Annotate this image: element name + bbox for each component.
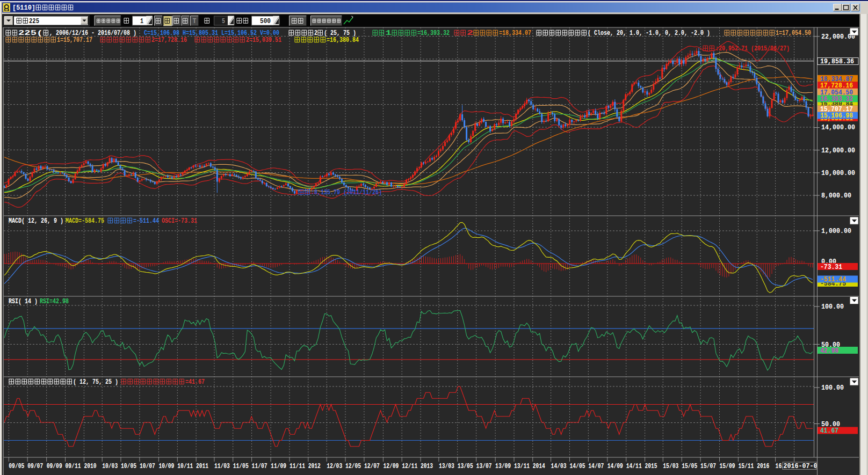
svg-text:15/03: 15/03	[663, 463, 678, 470]
svg-text:42.98: 42.98	[820, 347, 838, 355]
svg-text:1=15,707.17: 1=15,707.17	[57, 36, 92, 44]
svg-text:2010: 2010	[84, 463, 96, 470]
svg-text:2: 2	[314, 30, 317, 37]
svg-text:=18,334.07: =18,334.07	[499, 30, 531, 37]
svg-text:2013: 2013	[421, 463, 433, 470]
svg-text:10/09: 10/09	[158, 463, 174, 470]
svg-text:10/07: 10/07	[140, 463, 155, 470]
svg-text:12/03: 12/03	[327, 463, 342, 470]
svg-text:11/07: 11/07	[252, 463, 267, 470]
svg-text:15/09: 15/09	[720, 463, 735, 470]
svg-text:15,106.98: 15,106.98	[820, 112, 853, 120]
svg-text:5: 5	[222, 18, 225, 25]
svg-text:=-511.44: =-511.44	[133, 217, 159, 225]
svg-text:=41.67: =41.67	[185, 378, 205, 386]
svg-text:15/11: 15/11	[738, 463, 754, 470]
svg-text:( Close, 20, 1.0, -1.0, 0, 2.0: ( Close, 20, 1.0, -1.0, 0, 2.0, -2.0 )	[588, 30, 710, 37]
svg-text:13/07: 13/07	[476, 463, 492, 470]
svg-text:-511.44: -511.44	[820, 276, 846, 283]
svg-text:225: 225	[29, 18, 39, 25]
svg-text:=16,380.84: =16,380.84	[327, 36, 359, 44]
svg-text:10/05: 10/05	[121, 463, 136, 470]
svg-text:13/11: 13/11	[514, 463, 530, 470]
svg-text:2=15,039.51: 2=15,039.51	[246, 36, 281, 44]
svg-text:100.00: 100.00	[821, 303, 844, 311]
svg-text:11/03: 11/03	[214, 463, 230, 470]
svg-text:14/03: 14/03	[551, 463, 567, 470]
svg-text:MACD( 12, 26, 9 ): MACD( 12, 26, 9 )	[9, 217, 63, 225]
svg-text:10,000.00: 10,000.00	[821, 170, 855, 177]
svg-text:[5110]: [5110]	[12, 4, 35, 12]
svg-text:2012: 2012	[308, 463, 321, 470]
svg-text:2016: 2016	[757, 463, 769, 470]
svg-text:12,000.00: 12,000.00	[821, 147, 855, 155]
svg-text:15/05: 15/05	[682, 463, 697, 470]
svg-text:2015: 2015	[645, 463, 657, 470]
svg-text:225: 225	[18, 30, 37, 37]
svg-text:8,000.00: 8,000.00	[821, 192, 851, 200]
svg-text:14/09: 14/09	[607, 463, 623, 470]
svg-text:1: 1	[385, 30, 392, 37]
svg-text:2: 2	[467, 30, 473, 37]
svg-text:T: T	[193, 18, 197, 25]
svg-text:RSI=42.98: RSI=42.98	[40, 298, 69, 305]
svg-text:09/09: 09/09	[47, 463, 62, 470]
svg-text:10/11: 10/11	[177, 463, 193, 470]
svg-text:100.00: 100.00	[821, 384, 844, 392]
svg-text::8,135.79 (2011/11/26): :8,135.79 (2011/11/26)	[311, 189, 382, 196]
svg-text:2016-07-08: 2016-07-08	[784, 463, 821, 470]
svg-text:1,000.00: 1,000.00	[821, 228, 851, 235]
svg-text:09/05: 09/05	[9, 463, 24, 470]
svg-text:14/11: 14/11	[626, 463, 642, 470]
svg-text:( 25, 75 ): ( 25, 75 )	[324, 30, 356, 37]
svg-text:OSCI=-73.31: OSCI=-73.31	[162, 217, 197, 225]
svg-text:-73.31: -73.31	[820, 264, 842, 271]
svg-text:10/03: 10/03	[102, 463, 118, 470]
svg-text:2=17,728.16: 2=17,728.16	[151, 36, 187, 44]
svg-text:11/09: 11/09	[271, 463, 286, 470]
svg-text:11/11: 11/11	[290, 463, 305, 470]
svg-text:14/05: 14/05	[570, 463, 585, 470]
svg-text:14/07: 14/07	[588, 463, 604, 470]
svg-text:1: 1	[140, 18, 143, 25]
svg-text:12/09: 12/09	[383, 463, 399, 470]
svg-text:12/05: 12/05	[345, 463, 361, 470]
svg-text:41.67: 41.67	[820, 427, 838, 435]
svg-text:1=17,054.50: 1=17,054.50	[776, 30, 811, 37]
svg-text:RSI( 14 ): RSI( 14 )	[9, 298, 38, 305]
svg-text:13/09: 13/09	[495, 463, 511, 470]
svg-text:, 2006/12/16 - 2016/07/08 ): , 2006/12/16 - 2016/07/08 )	[49, 30, 136, 37]
svg-text:09/07: 09/07	[27, 463, 43, 470]
svg-text:=16,393.32: =16,393.32	[417, 30, 450, 37]
svg-text:(: (	[37, 30, 43, 37]
svg-text:C=15,106.98 H=15,805.31 L=15,1: C=15,106.98 H=15,805.31 L=15,106.52 V=0.…	[144, 30, 279, 37]
svg-text:15/07: 15/07	[700, 463, 716, 470]
svg-text:13/03: 13/03	[439, 463, 454, 470]
svg-text:11/05: 11/05	[233, 463, 249, 470]
svg-text:16,393.32: 16,393.32	[820, 96, 853, 103]
svg-text:09/11: 09/11	[66, 463, 81, 470]
svg-text:2011: 2011	[196, 463, 208, 470]
svg-text:12/11: 12/11	[402, 463, 417, 470]
svg-text:500: 500	[260, 18, 271, 25]
svg-text:MACD=-584.75: MACD=-584.75	[66, 217, 104, 225]
svg-text::20,952.71 (2015/06/27): :20,952.71 (2015/06/27)	[715, 45, 790, 53]
svg-text:2014: 2014	[533, 463, 545, 470]
svg-text:12/07: 12/07	[364, 463, 380, 470]
svg-text:( 12, 75, 25 ): ( 12, 75, 25 )	[73, 378, 118, 386]
svg-text:14,000.00: 14,000.00	[821, 124, 855, 131]
svg-text:19,858.36: 19,858.36	[820, 58, 854, 65]
svg-text:13/05: 13/05	[458, 463, 473, 470]
